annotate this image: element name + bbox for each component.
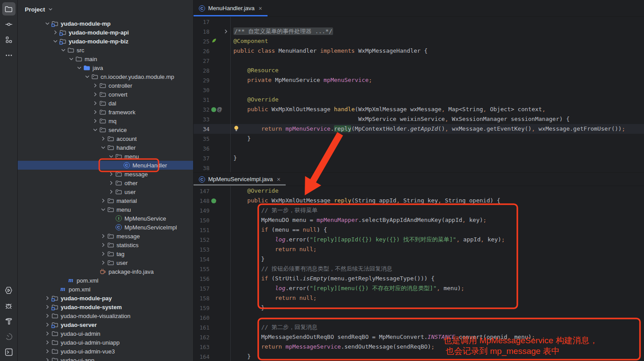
tree-item-handler[interactable]: handler — [18, 143, 193, 152]
chevron-down-icon[interactable] — [44, 20, 51, 27]
code-line-33[interactable]: 33 WxMpService weixinService, WxSessionM… — [194, 114, 644, 124]
chevron-right-icon[interactable] — [44, 330, 51, 337]
code-line-159[interactable]: 159 } — [194, 303, 644, 313]
tree-item-yudao-module-system[interactable]: yudao-module-system — [18, 303, 193, 311]
chevron-right-icon[interactable] — [100, 197, 107, 204]
chevron-down-icon[interactable] — [76, 64, 83, 71]
fold-arrow-icon[interactable] — [223, 29, 229, 34]
more-icon[interactable] — [2, 49, 16, 62]
chevron-right-icon[interactable] — [100, 135, 107, 142]
chevron-down-icon[interactable] — [92, 126, 99, 133]
project-folder-icon[interactable] — [2, 2, 16, 16]
chevron-right-icon[interactable] — [92, 100, 99, 107]
tree-item-mpmenuserviceimpl[interactable]: CMpMenuServiceImpl — [18, 223, 193, 232]
debug-icon[interactable] — [2, 299, 16, 312]
tree-item-message[interactable]: message — [18, 170, 193, 179]
chevron-down-icon[interactable] — [108, 153, 115, 160]
tree-item-user[interactable]: user — [18, 258, 193, 267]
chevron-down-icon[interactable] — [60, 47, 67, 54]
tree-item-pom-xml[interactable]: mpom.xml — [18, 285, 193, 294]
chevron-right-icon[interactable] — [92, 117, 99, 124]
tree-item-yudao-ui-app[interactable]: yudao-ui-app — [18, 356, 193, 361]
tree-item-statistics[interactable]: statistics — [18, 241, 193, 249]
code-line-160[interactable]: 160 — [194, 313, 644, 322]
tree-item-other[interactable]: other — [18, 179, 193, 187]
tree-item-controller[interactable]: controller — [18, 81, 193, 90]
tree-item-account[interactable]: account — [18, 134, 193, 143]
code-line-150[interactable]: 150 MpMenuDO menu = mpMenuMapper.selectB… — [194, 215, 644, 225]
tree-item-menuhandler[interactable]: CMenuHandler — [18, 161, 193, 170]
structure-icon[interactable] — [2, 33, 16, 47]
tree-item-yudao-module-pay[interactable]: yudao-module-pay — [18, 294, 193, 303]
code-line-30[interactable]: 30 — [194, 85, 644, 95]
editor-bottom-code[interactable]: 147 @Override148↑ public WxMpXmlOutMessa… — [194, 186, 644, 361]
chevron-right-icon[interactable] — [92, 109, 99, 116]
tree-item-dal[interactable]: dal — [18, 99, 193, 108]
chevron-down-icon[interactable] — [48, 7, 53, 12]
code-line-18[interactable]: 18/** 自定义菜单的事件处理器 ...*/ — [194, 27, 644, 36]
code-line-25[interactable]: 25@Component — [194, 36, 644, 46]
chevron-right-icon[interactable] — [52, 29, 59, 36]
terminal-icon[interactable] — [2, 345, 16, 359]
code-line-156[interactable]: 156 if (StrUtil.isEmpty(menu.getReplyMes… — [194, 274, 644, 283]
chevron-right-icon[interactable] — [44, 339, 51, 346]
tree-item-menu[interactable]: menu — [18, 152, 193, 161]
chevron-right-icon[interactable] — [44, 348, 51, 355]
tree-item-service[interactable]: service — [18, 125, 193, 134]
tree-item-message[interactable]: message — [18, 232, 193, 241]
chevron-right-icon[interactable] — [92, 91, 99, 98]
intention-bulb-icon[interactable] — [233, 125, 239, 133]
tree-item-main[interactable]: main — [18, 54, 193, 63]
spring-bean-icon[interactable] — [211, 38, 217, 45]
chevron-right-icon[interactable] — [44, 312, 51, 319]
profiler-icon[interactable] — [2, 330, 16, 343]
tab-mpmenuserviceimpl[interactable]: C MpMenuServiceImpl.java × — [194, 173, 286, 186]
code-line-157[interactable]: 157 log.error("[reply][menu({}) 不存在对应的消息… — [194, 283, 644, 293]
overrides-method-icon[interactable]: ↑ — [211, 198, 217, 203]
tree-item-yudao-module-mp-api[interactable]: yudao-module-mp-api — [18, 28, 193, 37]
code-line-27[interactable]: 27 — [194, 56, 644, 66]
code-line-38[interactable]: 38 — [194, 163, 644, 172]
code-line-36[interactable]: 36 — [194, 144, 644, 153]
code-line-152[interactable]: 152 log.error("[reply][appId({}) key({})… — [194, 235, 644, 245]
code-line-35[interactable]: 35 } — [194, 134, 644, 144]
tree-item-yudao-module-mp-biz[interactable]: yudao-module-mp-biz — [18, 37, 193, 46]
code-line-151[interactable]: 151 if (menu == null) { — [194, 225, 644, 235]
code-line-163[interactable]: 163 return mpMessageService.sendOutMessa… — [194, 342, 644, 352]
tree-item-cn-iocoder-yudao-module-mp[interactable]: cn.iocoder.yudao.module.mp — [18, 72, 193, 81]
code-line-164[interactable]: 164 } — [194, 352, 644, 361]
tree-item-yudao-ui-admin-uniapp[interactable]: yudao-ui-admin-uniapp — [18, 338, 193, 347]
code-line-17[interactable]: 17 — [194, 17, 644, 27]
chevron-right-icon[interactable] — [44, 321, 51, 328]
code-line-34[interactable]: 34 return mpMenuService.reply(MpContextH… — [194, 124, 644, 134]
tree-item-framework[interactable]: framework — [18, 108, 193, 116]
chevron-down-icon[interactable] — [100, 144, 107, 151]
code-line-149[interactable]: 149 // 第一步，获得菜单 — [194, 206, 644, 215]
chevron-right-icon[interactable] — [108, 188, 115, 195]
tree-item-yudao-ui-admin[interactable]: yudao-ui-admin — [18, 329, 193, 338]
code-line-148[interactable]: 148↑ public WxMpXmlOutMessage reply(Stri… — [194, 196, 644, 206]
chevron-right-icon[interactable] — [100, 233, 107, 240]
chevron-right-icon[interactable] — [92, 82, 99, 89]
tree-item-yudao-server[interactable]: yudao-server — [18, 320, 193, 329]
chevron-right-icon[interactable] — [100, 259, 107, 266]
chevron-down-icon[interactable] — [84, 73, 91, 80]
tree-item-tag[interactable]: tag — [18, 249, 193, 258]
close-icon[interactable]: × — [259, 5, 262, 12]
build-icon[interactable] — [2, 314, 16, 328]
tree-item-java[interactable]: java — [18, 63, 193, 72]
code-line-153[interactable]: 153 return null; — [194, 245, 644, 254]
code-line-147[interactable]: 147 @Override — [194, 186, 644, 196]
commit-icon[interactable] — [2, 18, 16, 31]
chevron-right-icon[interactable] — [44, 357, 51, 361]
tree-item-user[interactable]: user — [18, 187, 193, 196]
overrides-method-icon[interactable]: ↑ @ — [211, 106, 222, 113]
chevron-right-icon[interactable] — [100, 250, 107, 257]
tree-item-yudao-module-visualization[interactable]: yudao-module-visualization — [18, 311, 193, 320]
chevron-down-icon[interactable] — [68, 55, 75, 62]
chevron-right-icon[interactable] — [108, 179, 115, 186]
code-line-26[interactable]: 26public class MenuHandler implements Wx… — [194, 46, 644, 56]
code-line-31[interactable]: 31 @Override — [194, 95, 644, 105]
code-line-37[interactable]: 37} — [194, 153, 644, 163]
editor-top-code[interactable]: 1718/** 自定义菜单的事件处理器 ...*/25@Component26p… — [194, 17, 644, 172]
